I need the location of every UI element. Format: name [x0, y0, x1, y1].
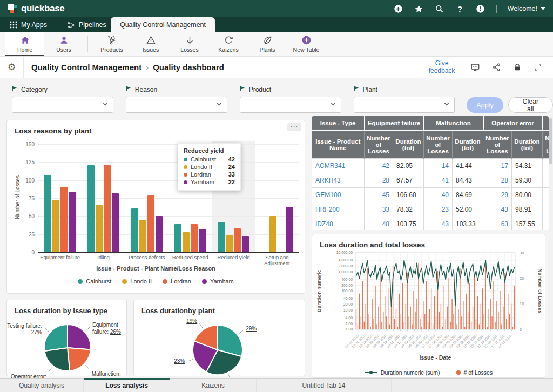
losses-count-cell[interactable]: 23: [424, 202, 453, 217]
tooltip-row: Yarnham22: [184, 179, 235, 185]
legend-dot: [122, 279, 127, 284]
column-group-equipment-failure[interactable]: Equipment failure: [365, 116, 424, 131]
toolbar-item-users[interactable]: Users: [44, 32, 83, 56]
apply-button[interactable]: Apply: [467, 97, 503, 113]
chart-legend: CainhurstLondo IILordranYarnham: [7, 278, 305, 285]
pie-slice-label: 23%: [146, 358, 185, 365]
quickbase-logo[interactable]: quickbase: [8, 3, 64, 14]
present-icon[interactable]: [470, 63, 480, 72]
toolbar-item-kaizens[interactable]: Kaizens: [209, 32, 248, 56]
product-link[interactable]: GEM100: [312, 188, 365, 202]
losses-count-cell[interactable]: 45: [365, 188, 393, 202]
clear-all-button[interactable]: Clear all: [508, 97, 553, 113]
toolbar-item-home[interactable]: Home: [5, 32, 44, 56]
duration-cell: 84.69: [453, 188, 483, 202]
users-icon: [59, 35, 69, 45]
sub-column-header: Number of Losses: [543, 131, 549, 159]
tooltip-series-value: 42: [228, 156, 235, 163]
expand-icon[interactable]: [534, 63, 542, 72]
table-group-header-row: Issue - TypeEquipment failureMalfunction…: [312, 116, 549, 131]
share-icon[interactable]: [492, 63, 501, 72]
filter-select-plant[interactable]: [354, 97, 455, 113]
toolbar-item-losses[interactable]: Losses: [170, 32, 209, 56]
svg-text:2.00: 2.00: [346, 322, 353, 326]
scrollbar-thumb[interactable]: [549, 118, 552, 164]
losses-count-cell[interactable]: 41: [424, 173, 453, 188]
duration-cell: 103.33: [453, 217, 483, 231]
losses-count-cell[interactable]: 28: [365, 173, 393, 188]
add-icon[interactable]: [394, 4, 403, 13]
losses-count-cell[interactable]: 48: [365, 217, 393, 231]
dolly-icon: [107, 35, 117, 45]
losses-count-cell[interactable]: 42: [365, 159, 393, 173]
column-group-malfunction[interactable]: Malfunction: [424, 116, 483, 131]
product-link[interactable]: ARKH43: [312, 173, 365, 188]
issue-type-table: Issue - TypeEquipment failureMalfunction…: [312, 116, 549, 230]
caret-down-icon: [541, 7, 545, 10]
scrollbar-track[interactable]: [549, 116, 553, 378]
bottom-tab-loss-analysis[interactable]: Loss analysis: [84, 378, 170, 391]
bar-lordran: [147, 195, 154, 252]
filter-select-category[interactable]: [12, 97, 113, 113]
settings-gear-icon[interactable]: ⚙: [0, 57, 24, 78]
toolbar-item-issues[interactable]: Issues: [131, 32, 170, 56]
filter-select-product[interactable]: [240, 97, 341, 113]
bottom-tab-kaizens[interactable]: Kaizens: [170, 379, 257, 392]
more-options-icon[interactable]: ···: [287, 123, 301, 131]
give-feedback-link[interactable]: Give feedback: [425, 60, 458, 75]
svg-text:1,000.00: 1,000.00: [339, 270, 353, 274]
duration-cell: 103.75: [393, 217, 424, 231]
pipelines-nav-item[interactable]: Pipelines: [57, 17, 116, 32]
product-link[interactable]: HRF200: [312, 202, 365, 217]
product-link[interactable]: IDZ48: [312, 217, 365, 231]
losses-count-cell[interactable]: 33: [365, 202, 393, 217]
losses-count-cell[interactable]: 40: [424, 188, 453, 202]
losses-count-cell[interactable]: 29: [483, 188, 512, 202]
svg-text:2,000.00: 2,000.00: [339, 264, 353, 268]
bottom-tab-untitled-tab-14[interactable]: Untitled Tab 14: [257, 379, 392, 392]
filter-flag-icon: [126, 86, 132, 93]
losses-count-cell[interactable]: 63: [483, 217, 512, 231]
svg-text:Duration numeric: Duration numeric: [316, 270, 322, 313]
x-category-label: Reduced yield: [212, 254, 255, 260]
bar-cainhurst: [131, 208, 138, 252]
losses-count-cell[interactable]: 43: [424, 217, 453, 231]
lock-icon[interactable]: [513, 63, 522, 72]
column-group-operator-error[interactable]: Operator error: [483, 116, 543, 131]
toolbar-item-new-table[interactable]: New Table: [287, 32, 326, 56]
my-apps-label: My Apps: [21, 21, 47, 29]
welcome-menu[interactable]: Welcome!: [508, 5, 545, 12]
legend-item-cainhurst: Cainhurst: [78, 278, 111, 285]
y-tick-label: 100: [25, 177, 35, 183]
my-apps-nav-item[interactable]: My Apps: [0, 17, 57, 32]
filter-flag-icon: [240, 86, 246, 93]
search-icon[interactable]: [435, 4, 444, 13]
app-tab-quality-control-management[interactable]: Quality Control Management: [111, 17, 215, 32]
arrow-down-icon: [185, 35, 195, 45]
tooltip-series-value: 22: [228, 179, 235, 185]
legend-label: # of Losses: [464, 369, 493, 376]
table-sub-header-row: Issue - Product NameNumber of LossesDura…: [312, 131, 549, 159]
toolbar-item-plants[interactable]: Plants: [248, 32, 287, 56]
tooltip-series-dot: [184, 165, 187, 169]
loss-duration-by-issue-type-card: Loss duration by issue type Equipment fa…: [6, 300, 127, 376]
legend-dot: [163, 279, 167, 284]
bottom-tab-quality-analysis[interactable]: Quality analysis: [0, 379, 84, 392]
help-icon[interactable]: ?: [455, 4, 465, 13]
losses-count-cell[interactable]: 28: [483, 173, 512, 188]
losses-count-cell[interactable]: 14: [424, 159, 453, 173]
toolbar-item-label: Home: [17, 46, 32, 53]
filter-select-reason[interactable]: [126, 97, 227, 113]
breadcrumb-app[interactable]: Quality Control Management: [31, 63, 141, 72]
losses-count-cell[interactable]: 17: [483, 159, 512, 173]
product-link[interactable]: ACMR341: [312, 159, 365, 173]
bar-chart-plot: 0255075100125150Equipment failureIdlingP…: [38, 144, 299, 252]
losses-count-cell[interactable]: 43: [483, 202, 512, 217]
svg-text:400.00: 400.00: [341, 278, 353, 281]
toolbar-item-products[interactable]: Products: [92, 32, 131, 56]
y-axis-title: Number of Losses: [15, 168, 21, 227]
alert-icon[interactable]: [476, 4, 485, 13]
column-group-testing-failure[interactable]: Testing failure: [543, 116, 549, 131]
bar-yarnham: [112, 193, 119, 252]
favorites-star-icon[interactable]: [414, 4, 424, 13]
